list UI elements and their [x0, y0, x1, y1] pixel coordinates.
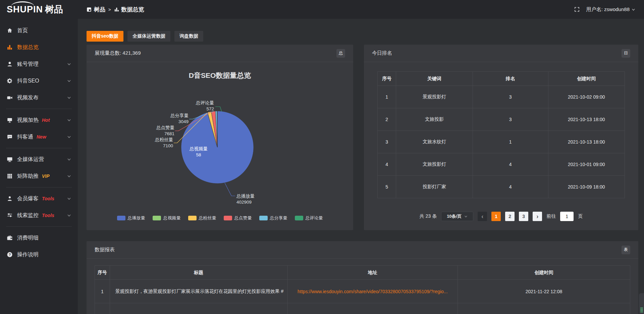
legend-item[interactable]: 总粉丝量 [188, 215, 216, 221]
sidebar-item[interactable]: 视频加热Hot [0, 112, 78, 128]
legend-item[interactable]: 总点赞量 [224, 215, 252, 221]
chevron-down-icon [67, 174, 71, 178]
logo-text-cn: 树品 [45, 3, 63, 15]
tab-inquiry[interactable]: 询盘数据 [174, 31, 203, 42]
sidebar-item-label: 账号管理 [17, 61, 39, 68]
sidebar-item[interactable]: 首页 [0, 22, 78, 39]
legend-item[interactable]: 总分享量 [259, 215, 287, 221]
tab-omnimedia[interactable]: 全媒体运营数据 [127, 31, 170, 42]
sidebar-nav: 首页数据总览账号管理抖音SEO视频发布视频加热Hot抖客通New全媒体运营矩阵助… [0, 19, 78, 263]
tab-douyin-seo[interactable]: 抖音seo数据 [87, 31, 123, 42]
pie-value: 58 [196, 152, 201, 157]
sidebar-item-label: 操作说明 [17, 251, 39, 258]
legend-item[interactable]: 总评论量 [295, 215, 323, 221]
table-cell: 4 [473, 176, 548, 198]
table-row: 1 景观投影灯，夜游景观投影灯厂家展示展示落花灯在花园里的灯光投影应用效果 # … [95, 280, 630, 303]
sidebar-item-label: 消费明细 [17, 234, 39, 242]
sidebar-item[interactable]: 会员爆客Tools [0, 190, 78, 207]
table-cell: 4 [473, 153, 548, 176]
report-panel-title: 数据报表 [95, 247, 115, 253]
floating-service-widget[interactable] [639, 293, 644, 314]
wallet-icon [7, 235, 13, 241]
table-cell: 1 [378, 86, 396, 108]
chevron-down-icon [67, 135, 71, 139]
legend-item[interactable]: 总视频量 [153, 215, 181, 221]
pie-label: 总视频量 [189, 146, 208, 151]
table-badge-button[interactable]: 表 [622, 246, 630, 254]
goto-page-input[interactable] [560, 212, 574, 221]
prev-page-button[interactable]: ‹ [478, 212, 487, 221]
table-row: 2文旅投影32021-10-13 18:00 [378, 108, 625, 131]
table-cell: 投影灯厂家 [396, 176, 473, 198]
sidebar-item[interactable]: 抖客通New [0, 128, 78, 145]
column-header: 创建时间 [458, 266, 630, 280]
fullscreen-icon[interactable] [574, 7, 580, 12]
page-size-select[interactable]: 10条/页 [441, 212, 473, 221]
sidebar-item-badge: New [37, 134, 46, 140]
screen-icon [7, 117, 13, 123]
total-badge-button[interactable]: 总 [336, 49, 345, 58]
total-count: 共 23 条 [420, 213, 437, 219]
sidebar-item[interactable]: 视频发布 [0, 89, 78, 106]
legend-item[interactable]: 总播放量 [117, 215, 145, 221]
sidebar-item[interactable]: 矩阵助推VIP [0, 168, 78, 185]
chat-icon [7, 134, 13, 140]
table-cell: 3 [473, 86, 548, 108]
gear-icon [7, 78, 13, 84]
sidebar-item[interactable]: 抖音SEO [0, 72, 78, 89]
legend-swatch [295, 216, 303, 220]
board-icon [87, 7, 92, 12]
chevron-down-icon [67, 79, 71, 83]
page-unit-label: 页 [578, 213, 583, 219]
sidebar-item[interactable]: 全媒体运营 [0, 151, 78, 168]
table-cell: 文旅水纹灯 [396, 131, 473, 153]
sidebar-divider [6, 226, 72, 227]
goto-label: 前往 [546, 213, 556, 219]
app-logo[interactable]: SHUPIN 树品 [0, 0, 78, 19]
column-header: 排名 [473, 72, 548, 86]
table-row [95, 303, 630, 314]
breadcrumb-home[interactable]: 树品 [87, 6, 105, 13]
sidebar-item[interactable]: ?操作说明 [0, 246, 78, 263]
table-header-row: 序号 标题 地址 创建时间 [95, 266, 630, 280]
next-page-button[interactable]: › [533, 212, 542, 221]
table-row: 5投影灯厂家42021-10-09 18:00 [378, 176, 625, 198]
legend-swatch [117, 216, 125, 220]
username-label: 用户名: zswodun88 [586, 6, 630, 13]
bar-chart-icon [7, 44, 13, 50]
sliders-icon [7, 212, 13, 218]
logo-text-en: SHUPIN [7, 4, 43, 15]
day-badge-button[interactable]: 日 [622, 49, 630, 58]
pie-value: 572 [206, 106, 214, 111]
user-menu[interactable]: 用户名: zswodun88 [586, 6, 635, 13]
main-content: 抖音seo数据 全媒体运营数据 询盘数据 展现量总数: 421,369 总 D音… [78, 19, 644, 314]
chevron-down-icon [67, 157, 71, 161]
sidebar-item-label: 全媒体运营 [17, 156, 44, 163]
table-row: 4文旅投影灯42021-10-01 09:00 [378, 153, 625, 176]
chart-panel: 展现量总数: 421,369 总 D音SEO数据量总览 总评论量 572 总分享… [87, 45, 353, 230]
column-header: 序号 [95, 266, 110, 280]
sidebar-item[interactable]: 数据总览 [0, 39, 78, 56]
user-icon [7, 61, 13, 67]
legend-swatch [153, 216, 161, 220]
breadcrumb-current[interactable]: 数据总览 [114, 6, 144, 13]
table-cell: 2021-10-01 09:00 [548, 153, 625, 176]
pie-label: 总点赞量 [156, 125, 174, 130]
home-icon [7, 28, 13, 34]
sidebar: SHUPIN 树品 首页数据总览账号管理抖音SEO视频发布视频加热Hot抖客通N… [0, 0, 78, 314]
table-cell: 3 [473, 108, 548, 131]
page-button-3[interactable]: 3 [519, 212, 528, 221]
table-cell: 1 [95, 280, 110, 303]
pie-label: 总粉丝量 [155, 137, 173, 142]
page-button-1[interactable]: 1 [491, 212, 501, 221]
sidebar-item[interactable]: 线索监控Tools [0, 207, 78, 224]
table-cell: 3 [378, 131, 396, 153]
sidebar-item[interactable]: 账号管理 [0, 56, 78, 72]
sidebar-item[interactable]: 消费明细 [0, 229, 78, 246]
table-row: 3文旅水纹灯12021-10-13 18:00 [378, 131, 625, 153]
data-report-panel: 数据报表 表 序号 标题 地址 创建时间 1 景观投影灯，夜游景观投影灯 [87, 241, 638, 314]
pie-value: 7100 [163, 143, 173, 148]
page-button-2[interactable]: 2 [505, 212, 515, 221]
video-link[interactable]: https://www.iesdouyin.com/share/video/70… [298, 289, 448, 294]
chevron-down-icon [67, 96, 71, 100]
